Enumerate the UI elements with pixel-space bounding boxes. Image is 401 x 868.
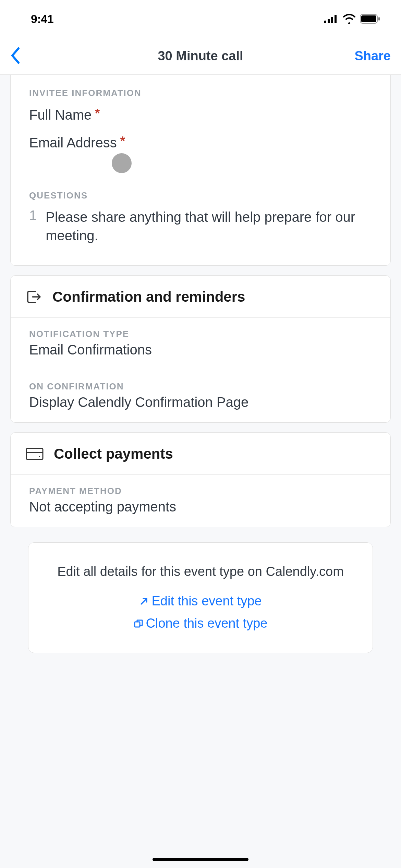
status-bar: 9:41 (0, 0, 401, 38)
notification-type-label: NOTIFICATION TYPE (11, 318, 390, 341)
svg-rect-6 (378, 17, 380, 21)
credit-card-icon (26, 447, 44, 461)
wifi-icon (343, 14, 356, 24)
svg-rect-2 (331, 17, 333, 23)
edit-event-type-link[interactable]: Edit this event type (42, 594, 359, 608)
confirmation-card[interactable]: Confirmation and reminders NOTIFICATION … (10, 275, 391, 423)
invitee-card[interactable]: INVITEE INFORMATION Full Name * Email Ad… (10, 75, 391, 266)
svg-rect-1 (328, 19, 330, 23)
full-name-field: Full Name * (11, 101, 390, 129)
clone-icon (134, 619, 143, 628)
question-row: 1 Please share anything that will help p… (11, 204, 390, 265)
email-field: Email Address * (11, 129, 390, 157)
svg-rect-3 (335, 15, 337, 23)
payments-title: Collect payments (54, 446, 173, 462)
back-button[interactable] (10, 47, 21, 65)
questions-section-header: QUESTIONS (11, 183, 390, 204)
page-title: 30 Minute call (158, 49, 243, 63)
svg-point-9 (39, 456, 40, 457)
question-number: 1 (29, 208, 37, 245)
edit-link-text: Edit this event type (151, 594, 262, 608)
status-time: 9:41 (31, 12, 53, 26)
svg-rect-7 (26, 448, 43, 459)
status-icons (324, 14, 380, 24)
home-indicator[interactable] (153, 858, 248, 861)
clone-event-type-link[interactable]: Clone this event type (42, 616, 359, 631)
email-label: Email Address (29, 135, 117, 150)
confirmation-header-row: Confirmation and reminders (11, 276, 390, 318)
footer-card: Edit all details for this event type on … (28, 542, 373, 653)
on-confirmation-label: ON CONFIRMATION (11, 370, 390, 393)
clone-link-text: Clone this event type (146, 616, 268, 631)
chevron-left-icon (10, 47, 21, 64)
main-content: INVITEE INFORMATION Full Name * Email Ad… (0, 75, 401, 653)
question-text: Please share anything that will help pre… (46, 208, 372, 245)
navigation-bar: 30 Minute call Share (0, 38, 401, 75)
svg-rect-0 (324, 21, 326, 23)
decorative-dot (112, 153, 132, 173)
footer-description: Edit all details for this event type on … (42, 563, 359, 581)
cellular-icon (324, 14, 339, 23)
invitee-section-header: INVITEE INFORMATION (11, 75, 390, 101)
battery-icon (360, 14, 380, 24)
required-star: * (120, 134, 125, 148)
exit-icon (26, 289, 42, 305)
external-link-icon (139, 596, 149, 606)
full-name-label: Full Name (29, 107, 92, 123)
share-button[interactable]: Share (354, 49, 391, 63)
payments-card[interactable]: Collect payments PAYMENT METHOD Not acce… (10, 432, 391, 527)
payments-header-row: Collect payments (11, 433, 390, 475)
required-star: * (95, 106, 100, 121)
confirmation-title: Confirmation and reminders (52, 289, 245, 305)
on-confirmation-value: Display Calendly Confirmation Page (11, 393, 390, 422)
payment-method-value: Not accepting payments (11, 498, 390, 527)
svg-rect-10 (135, 622, 140, 627)
notification-type-value: Email Confirmations (11, 341, 390, 370)
svg-rect-5 (361, 15, 376, 22)
payment-method-label: PAYMENT METHOD (11, 475, 390, 498)
